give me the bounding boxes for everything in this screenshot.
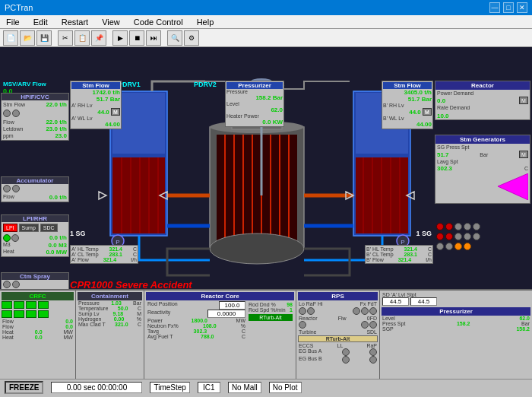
toolbar: 📄 📂 💾 ✂ 📋 📌 ▶ ⏹ ⏭ 🔍 ⚙ — [0, 29, 532, 47]
right-stm-value: 3405.0 t/h — [383, 89, 432, 96]
stm-gen-panel: Stm Generators SG Press Spt 51.7 Bar M L… — [435, 135, 530, 204]
toolbar-paste[interactable]: 📌 — [91, 30, 106, 46]
right-b-rh-val: 44.0 M — [383, 108, 432, 116]
egbus-b-light2 — [369, 356, 377, 364]
containment-title: Containment — [78, 292, 142, 300]
ind-red-3 — [436, 233, 444, 240]
title-bar: PCTran — □ ✕ — [0, 0, 532, 15]
crfc-title: CRFC — [2, 292, 74, 300]
rps-reactor — [299, 321, 306, 329]
toolbar-open[interactable]: 📂 — [20, 30, 35, 46]
freeze-button[interactable]: FREEZE — [5, 381, 43, 394]
rps-lo-1 — [299, 307, 306, 315]
lpi-title: LPI/RHR — [2, 215, 68, 222]
ctm-light-1 — [3, 281, 11, 288]
toolbar-zoom-in[interactable]: 🔍 — [167, 30, 182, 46]
rturb-alt-indicator: RTurb-Alt — [249, 314, 293, 321]
no-mall-indicator[interactable]: No Mall — [228, 382, 261, 393]
rod-spd: 1 — [290, 307, 293, 313]
maximize-button[interactable]: □ — [503, 2, 514, 13]
ind-gray-6 — [473, 233, 480, 240]
left-stm-value: 1742.0 t/h — [71, 89, 120, 96]
toolbar-run[interactable]: ▶ — [112, 30, 128, 46]
menu-restart[interactable]: Restart — [59, 17, 91, 27]
sdc-button[interactable]: SDC — [40, 224, 58, 232]
window-controls[interactable]: — □ ✕ — [489, 2, 527, 13]
sd-lvl-a-input[interactable] — [382, 297, 409, 306]
acc-light-2 — [12, 185, 20, 192]
rps-hi-1 — [353, 307, 360, 315]
accumulator-title: Accumulator — [2, 177, 68, 184]
right-b-rh-label: B' RH Lv — [383, 103, 432, 108]
rps-flw — [361, 321, 369, 329]
minimize-button[interactable]: — — [489, 2, 500, 13]
a-temp-panel: A' HL Temp 321.4 C A' CL Temp 283.1 C A'… — [70, 245, 138, 264]
sump-button[interactable]: Sump — [19, 224, 39, 232]
left-m-button[interactable]: M — [111, 108, 120, 116]
reactor-panel-title: Reactor — [435, 81, 530, 90]
avg-fuel-val: 788.0 — [201, 334, 214, 339]
left-a-wl-label: A' WL Lv — [71, 116, 120, 121]
cont-temp: 50.0 — [118, 306, 128, 311]
ind-gray-2 — [464, 223, 471, 230]
ihr-heat: 0.0 MW — [46, 249, 67, 256]
rps-ofd — [369, 321, 377, 329]
pressurizer-bottom-title: Pressurizer — [382, 307, 530, 316]
pressurizer-heater: 0.0 KW — [226, 119, 283, 125]
left-pressure: 51.7 Bar — [71, 96, 120, 103]
menu-edit[interactable]: Edit — [30, 17, 51, 27]
ihr-flow: 0.0 t/h — [49, 234, 67, 242]
toolbar-copy[interactable]: 📋 — [74, 30, 90, 46]
cont-max-clad: 321.0 — [115, 322, 128, 327]
rod-pos-input[interactable] — [219, 301, 245, 310]
left-a-rh-val: 44.0 M — [71, 108, 120, 116]
hpif-light-2 — [12, 110, 20, 117]
right-m-button[interactable]: M — [423, 108, 432, 116]
reactivity-input[interactable] — [207, 310, 245, 318]
no-plot-indicator[interactable]: No Plot — [269, 382, 302, 393]
toolbar-new[interactable]: 📄 — [3, 30, 18, 46]
ind-red-1 — [436, 223, 444, 230]
rps-fdt-1 — [369, 307, 377, 315]
rod-dnd: 98 — [287, 302, 293, 307]
lpi-buttons[interactable]: LPI Sump SDC — [2, 222, 68, 233]
right-sg-title: Stm Flow — [383, 82, 432, 89]
sd-lvl-b-input[interactable] — [410, 297, 437, 306]
menu-help[interactable]: Help — [194, 17, 217, 27]
hpif-letdown: 23.0 t/h — [46, 125, 67, 132]
right-extra-panel: SD 'A' LvI Stpt Pressurizer Level 62.0 P… — [380, 291, 532, 379]
ind-red-4 — [445, 233, 453, 240]
close-button[interactable]: ✕ — [517, 2, 527, 13]
egbus-b-light — [342, 356, 350, 364]
ind-gray-5 — [464, 233, 471, 240]
menu-bar: File Edit Restart View Code Control Help — [0, 15, 532, 29]
hpif-title: HPIF/CVC — [2, 94, 68, 100]
toolbar-cut[interactable]: ✂ — [58, 30, 73, 46]
ind-gray-3 — [473, 223, 480, 230]
toolbar-stop[interactable]: ⏹ — [129, 30, 144, 46]
menu-code-control[interactable]: Code Control — [131, 17, 186, 27]
reactor-core-bottom-title: Reactor Core — [146, 292, 294, 300]
window-title: PCTran — [5, 3, 33, 12]
reactor-rate-val: 10.0 — [437, 113, 449, 119]
svg-point-17 — [210, 243, 304, 255]
accumulator-panel: Accumulator Flow 0.0 t/h — [1, 176, 69, 202]
hpif-flow-22: 22.0 t/h — [46, 119, 67, 125]
sg-m-btn[interactable]: M — [519, 151, 528, 158]
reactor-m-btn[interactable]: M — [519, 97, 528, 104]
toolbar-step[interactable]: ⏭ — [146, 30, 161, 46]
crfc-green-5 — [2, 310, 12, 318]
egbus-a-light — [342, 348, 350, 356]
lpi-button[interactable]: LPI — [3, 224, 17, 232]
menu-file[interactable]: File — [3, 17, 23, 27]
ind-gray-8 — [445, 243, 453, 250]
toolbar-settings[interactable]: ⚙ — [184, 30, 199, 46]
crfc-green-6 — [14, 310, 24, 318]
right-indicators — [435, 222, 530, 251]
crfc-heat-2: 0.0 — [35, 335, 43, 340]
toolbar-save[interactable]: 💾 — [36, 30, 52, 46]
reactor-panel: Reactor Power Demand 0.0 M Rate Demand 1… — [435, 81, 530, 120]
left-a-rh-label: A' RH Lv — [71, 103, 120, 108]
menu-view[interactable]: View — [99, 17, 123, 27]
ic1-indicator[interactable]: IC1 — [198, 382, 220, 393]
